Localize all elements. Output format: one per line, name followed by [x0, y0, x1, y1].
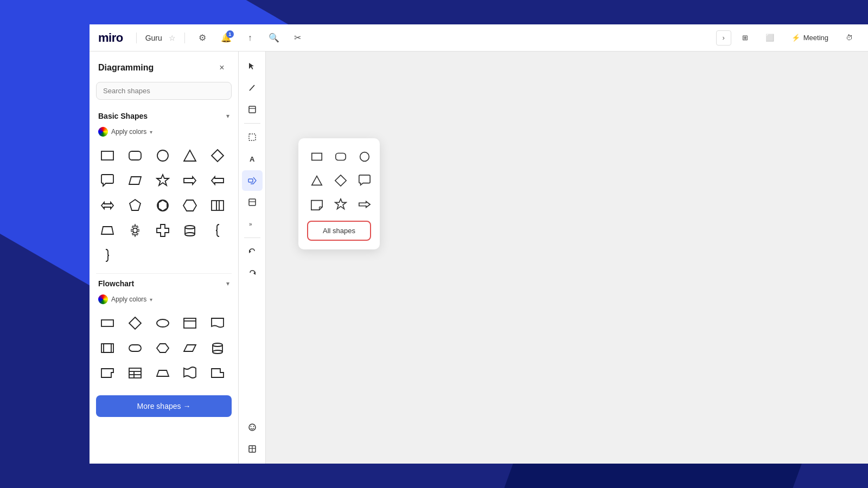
shape-triangle[interactable]	[178, 144, 201, 167]
emoji-button[interactable]	[242, 417, 263, 438]
crop-tool-button[interactable]	[242, 127, 263, 147]
shape-cylinder[interactable]	[178, 219, 201, 242]
timer-button[interactable]: ⏱	[839, 30, 859, 45]
shape-speech-bubble[interactable]	[96, 169, 119, 192]
shape-cross[interactable]	[151, 219, 174, 242]
pen-tool-button[interactable]	[242, 78, 263, 98]
panel-title: Diagramming	[98, 63, 154, 73]
settings-button[interactable]: ⚙	[194, 29, 211, 47]
fc-shape-rounded2[interactable]	[124, 337, 146, 359]
shape-gear[interactable]	[124, 219, 146, 242]
table-button[interactable]	[242, 439, 263, 459]
fc-shape-parallelogram2[interactable]	[178, 337, 201, 359]
shape-hexagon[interactable]	[178, 194, 201, 217]
popup-shape-circle[interactable]	[355, 147, 374, 166]
shape-brace-right[interactable]	[96, 244, 119, 267]
shape-diamond[interactable]	[206, 144, 229, 167]
shape-columns[interactable]	[206, 194, 229, 217]
board-view-button[interactable]: ⊞	[736, 30, 755, 45]
flowchart-chevron-icon: ▾	[226, 280, 229, 287]
lightning-icon: ⚡	[792, 34, 800, 42]
redo-button[interactable]	[242, 263, 263, 284]
fc-shape-hexagon2[interactable]	[151, 337, 174, 359]
svg-point-33	[213, 343, 222, 346]
svg-marker-32	[184, 345, 196, 351]
shape-rounded-rect[interactable]	[124, 144, 146, 167]
canvas-area[interactable]: All shapes	[266, 52, 868, 464]
svg-rect-43	[249, 106, 256, 113]
apply-colors-chevron-icon: ▾	[150, 129, 152, 135]
popup-shape-star[interactable]	[331, 195, 350, 214]
fc-shape-step1[interactable]	[96, 362, 119, 384]
more-shapes-button[interactable]: More shapes →	[96, 395, 232, 417]
sticky-tool-button[interactable]	[242, 192, 263, 213]
fc-shape-rect[interactable]	[96, 312, 119, 335]
fc-shape-step2[interactable]	[206, 362, 229, 384]
shape-hexagon-round[interactable]	[151, 194, 174, 217]
meeting-button[interactable]: ⚡ Meeting	[785, 30, 835, 45]
fc-shape-inner-rect[interactable]	[96, 337, 119, 359]
fc-shape-table2[interactable]	[124, 362, 146, 384]
flowchart-apply-colors-chevron-icon: ▾	[150, 297, 152, 303]
topbar-sep-2	[184, 33, 185, 43]
frame-button[interactable]: ⬜	[759, 30, 781, 45]
star-icon[interactable]: ☆	[169, 34, 176, 42]
svg-marker-66	[335, 199, 346, 209]
popup-shape-note[interactable]	[307, 195, 327, 214]
svg-marker-24	[129, 317, 141, 329]
shape-arrow-left[interactable]	[206, 169, 229, 192]
popup-shape-arrow[interactable]	[355, 195, 374, 214]
fc-shape-doc2[interactable]	[178, 362, 201, 384]
shape-parallelogram[interactable]	[124, 169, 146, 192]
fc-shape-trapezoid2[interactable]	[151, 362, 174, 384]
svg-rect-0	[101, 151, 113, 160]
basic-shapes-apply-colors[interactable]: Apply colors ▾	[90, 125, 238, 142]
panel-close-button[interactable]: ×	[214, 60, 229, 75]
fc-shape-diamond[interactable]	[124, 312, 146, 335]
shape-circle[interactable]	[151, 144, 174, 167]
fc-shape-doc[interactable]	[206, 312, 229, 335]
shape-pentagon[interactable]	[124, 194, 146, 217]
popup-shape-rounded[interactable]	[331, 147, 350, 166]
fc-shape-oval[interactable]	[151, 312, 174, 335]
flowchart-apply-colors[interactable]: Apply colors ▾	[90, 292, 238, 310]
meeting-label: Meeting	[803, 34, 828, 42]
shapes-tool-button[interactable]	[242, 170, 263, 191]
basic-shapes-section-header[interactable]: Basic Shapes ▾	[90, 106, 238, 125]
shape-trapezoid[interactable]	[96, 219, 119, 242]
body-area: Diagramming × Basic Shapes ▾ Apply color…	[90, 52, 868, 464]
svg-point-55	[253, 426, 254, 427]
fc-shape-cylinder2[interactable]	[206, 337, 229, 359]
all-shapes-button[interactable]: All shapes	[307, 221, 371, 241]
select-tool-button[interactable]	[242, 56, 263, 76]
shape-arrow-right[interactable]	[178, 169, 201, 192]
apply-colors-label-1: Apply colors	[111, 128, 146, 136]
toolbar-separator-1	[244, 123, 260, 124]
panel-header: Diagramming ×	[90, 52, 238, 82]
svg-point-36	[213, 350, 222, 354]
shape-star[interactable]	[151, 169, 174, 192]
tools-button[interactable]: ✂	[289, 29, 307, 47]
flowchart-section-header[interactable]: Flowchart ▾	[90, 274, 238, 292]
svg-rect-30	[129, 345, 141, 351]
search-button[interactable]: 🔍	[265, 29, 283, 47]
popup-shape-diamond[interactable]	[331, 171, 350, 190]
share-button[interactable]: ↑	[241, 29, 259, 47]
expand-button[interactable]: ›	[716, 30, 731, 46]
shape-rectangle[interactable]	[96, 144, 119, 167]
shape-brace-left[interactable]	[206, 219, 229, 242]
topbar: miro Guru ☆ ⚙ 🔔 1 ↑ 🔍 ✂ › ⊞ ⬜ ⚡ Meeting …	[90, 24, 868, 52]
popup-shape-triangle[interactable]	[307, 171, 327, 190]
popup-shape-rect[interactable]	[307, 147, 327, 166]
flowchart-title: Flowchart	[98, 279, 134, 288]
undo-button[interactable]	[242, 241, 263, 262]
svg-line-42	[250, 85, 254, 91]
popup-shape-speech[interactable]	[355, 171, 374, 190]
shape-double-arrow[interactable]	[96, 194, 119, 217]
notifications-button[interactable]: 🔔 1	[218, 29, 235, 47]
frame-tool-button[interactable]	[242, 99, 263, 120]
fc-shape-columns2[interactable]	[178, 312, 201, 335]
search-input[interactable]	[96, 82, 232, 100]
text-tool-button[interactable]: A	[242, 149, 263, 169]
expand-tool-button[interactable]: »	[242, 214, 263, 234]
